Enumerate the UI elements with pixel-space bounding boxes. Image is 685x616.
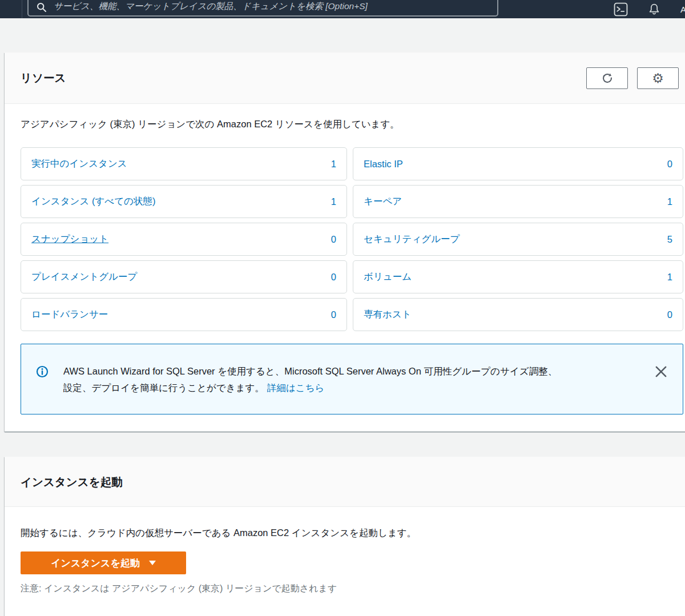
resource-tile: キーペア 1 <box>353 185 683 218</box>
chevron-down-icon <box>149 561 156 565</box>
resource-link[interactable]: ロードバランサー <box>31 308 108 321</box>
resource-tile: インスタンス (すべての状態) 1 <box>21 185 347 218</box>
launch-description: 開始するには、クラウド内の仮想サーバーである Amazon EC2 インスタンス… <box>21 525 683 540</box>
resource-tile: スナップショット 0 <box>21 223 347 256</box>
resource-count[interactable]: 5 <box>667 234 672 245</box>
search-icon <box>37 2 47 13</box>
resource-tile: セキュリティグループ 5 <box>353 223 683 256</box>
bell-icon <box>647 2 661 17</box>
resource-tile: 専有ホスト 0 <box>353 298 683 331</box>
banner-close-button[interactable] <box>654 365 668 379</box>
resource-tile: 実行中のインスタンス 1 <box>21 147 347 180</box>
resource-tile: ロードバランサー 0 <box>21 298 347 331</box>
search-input[interactable] <box>54 0 490 13</box>
resource-count[interactable]: 0 <box>331 272 336 283</box>
resource-count[interactable]: 0 <box>667 309 672 320</box>
banner-text: AWS Launch Wizard for SQL Server を使用すると、… <box>63 363 566 396</box>
launch-instance-button[interactable]: インスタンスを起動 <box>21 551 186 574</box>
nav-divider <box>22 0 22 18</box>
close-icon <box>655 366 667 377</box>
gear-icon: ⚙ <box>652 72 664 85</box>
refresh-button[interactable] <box>586 67 628 89</box>
region-usage-text: アジアパシフィック (東京) リージョンで次の Amazon EC2 リソースを… <box>21 116 683 131</box>
resource-count[interactable]: 0 <box>667 159 672 170</box>
resource-link[interactable]: 実行中のインスタンス <box>31 158 127 170</box>
resource-count[interactable]: 0 <box>331 234 336 245</box>
resource-count[interactable]: 0 <box>331 309 336 320</box>
notifications-button[interactable] <box>647 2 661 17</box>
resource-link[interactable]: キーペア <box>364 195 402 208</box>
resource-link[interactable]: セキュリティグループ <box>364 233 460 245</box>
resource-link[interactable]: Elastic IP <box>364 159 403 170</box>
resource-link[interactable]: プレイスメントグループ <box>31 271 137 283</box>
cloudshell-icon <box>614 2 628 17</box>
settings-button[interactable]: ⚙ <box>637 67 679 89</box>
resources-card: リソース ⚙ アジアパシフィック (東京) リージョンで次の Amazon EC… <box>5 53 685 432</box>
account-menu[interactable]: Ad <box>680 5 685 14</box>
resource-count[interactable]: 1 <box>667 196 672 207</box>
global-search-box[interactable] <box>27 0 498 17</box>
resource-count[interactable]: 1 <box>331 159 336 170</box>
cloudshell-button[interactable] <box>614 2 628 17</box>
resource-tiles-right-column: Elastic IP 0 キーペア 1 セキュリティグループ 5 ボリューム 1… <box>353 147 683 331</box>
launch-instance-card: インスタンスを起動 開始するには、クラウド内の仮想サーバーである Amazon … <box>5 457 685 616</box>
resources-card-header: リソース ⚙ <box>5 53 685 104</box>
resource-tile: Elastic IP 0 <box>353 147 683 180</box>
resources-title: リソース <box>21 70 66 86</box>
launch-card-header: インスタンスを起動 <box>5 457 685 507</box>
info-icon <box>36 365 49 380</box>
launch-button-label: インスタンスを起動 <box>51 557 140 570</box>
resource-tiles-grid: 実行中のインスタンス 1 インスタンス (すべての状態) 1 スナップショット … <box>21 147 683 331</box>
refresh-icon <box>601 71 614 85</box>
top-navigation-bar: Ad <box>0 0 685 18</box>
resource-tiles-left-column: 実行中のインスタンス 1 インスタンス (すべての状態) 1 スナップショット … <box>21 147 347 331</box>
resource-link[interactable]: 専有ホスト <box>364 308 412 321</box>
banner-learn-more-link[interactable]: 詳細はこちら <box>267 383 325 393</box>
launch-region-note: 注意: インスタンスは アジアパシフィック (東京) リージョンで起動されます <box>21 581 683 596</box>
resource-link[interactable]: ボリューム <box>364 271 412 283</box>
resource-count[interactable]: 1 <box>331 196 336 207</box>
resource-link[interactable]: スナップショット <box>31 233 108 245</box>
resource-tile: ボリューム 1 <box>353 260 683 293</box>
launch-card-title: インスタンスを起動 <box>21 474 123 490</box>
resource-count[interactable]: 1 <box>667 272 672 283</box>
launch-wizard-info-banner: AWS Launch Wizard for SQL Server を使用すると、… <box>21 344 683 414</box>
resource-tile: プレイスメントグループ 0 <box>21 260 347 293</box>
resource-link[interactable]: インスタンス (すべての状態) <box>31 195 155 208</box>
